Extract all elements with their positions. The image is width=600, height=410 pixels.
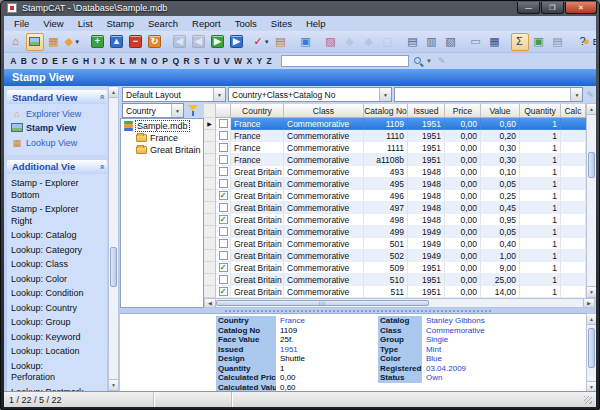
scrollbar-track[interactable]: ||| — [216, 299, 583, 307]
minimize-button[interactable]: — — [517, 2, 540, 14]
table-row[interactable]: Great BritainCommemorative50219490,001,0… — [204, 250, 586, 262]
search-options-caret-icon[interactable]: ▼ — [426, 58, 432, 64]
scroll-down-icon[interactable]: ▼ — [587, 286, 596, 297]
checkbox-checked-icon[interactable]: ✓ — [219, 191, 228, 200]
scroll-up-icon[interactable]: ▲ — [587, 314, 596, 325]
table-row[interactable]: Great BritainCommemorative51019510,0025,… — [204, 274, 586, 286]
letter-link-s[interactable]: S — [192, 56, 202, 66]
sidebar-group-header[interactable]: Standard View» — [7, 90, 107, 104]
filter-select[interactable]: ▼ — [394, 87, 583, 102]
sidebar-item-lookup-color[interactable]: Lookup: Color — [11, 272, 107, 287]
letter-link-g[interactable]: G — [70, 56, 81, 66]
column-header-catalog-no[interactable]: Catalog No — [364, 103, 408, 118]
sidebar-group-header[interactable]: Additional Vie» — [7, 160, 107, 174]
column-header-country[interactable]: Country — [231, 103, 284, 118]
checkbox-icon[interactable] — [219, 227, 228, 236]
table-row[interactable]: ▶FranceCommemorative110919510,000,601 — [204, 118, 586, 130]
search-report-button[interactable]: ▧ — [442, 33, 460, 51]
image-view-button[interactable]: ▣ — [297, 33, 315, 51]
spell-check-button[interactable]: ✓▼ — [253, 33, 271, 51]
menu-item-tools[interactable]: Tools — [228, 17, 264, 30]
new-window-button[interactable]: ▭ — [467, 33, 485, 51]
checkbox-column-header[interactable] — [216, 103, 231, 118]
grid-horizontal-scrollbar[interactable]: ◀ ||| ▶ — [204, 298, 595, 308]
menu-item-list[interactable]: List — [71, 17, 100, 30]
menu-item-help[interactable]: Help — [299, 17, 333, 30]
letter-link-n[interactable]: N — [139, 56, 150, 66]
detail-scrollbar[interactable]: ▲ ▼ — [586, 313, 596, 391]
letter-link-b[interactable]: B — [19, 56, 30, 66]
letter-link-m[interactable]: M — [127, 56, 138, 66]
table-row[interactable]: Great BritainCommemorative49319480,000,1… — [204, 166, 586, 178]
letter-link-y[interactable]: Y — [254, 56, 264, 66]
sidebar-item-lookup-view[interactable]: ▦Lookup View — [11, 136, 107, 151]
checkbox-icon[interactable] — [219, 251, 228, 260]
filter-funnel-icon[interactable] — [188, 104, 201, 117]
scroll-right-icon[interactable]: ▶ — [583, 299, 594, 307]
tree-node-france[interactable]: France — [121, 131, 203, 143]
detail-value[interactable]: Own — [422, 373, 442, 382]
sidebar-item-lookup-condition[interactable]: Lookup: Condition — [11, 287, 107, 302]
checkbox-cell[interactable]: ✓ — [216, 214, 231, 226]
letter-link-p[interactable]: P — [160, 56, 170, 66]
resize-grip[interactable] — [584, 396, 592, 404]
detail-value[interactable]: Mint — [422, 345, 441, 354]
table-row[interactable]: FranceCommemorative111019510,000,201 — [204, 130, 586, 142]
detail-value[interactable]: Blue — [422, 354, 442, 363]
checkbox-cell[interactable] — [216, 178, 231, 190]
sidebar-item-lookup-catalog[interactable]: Lookup: Catalog — [11, 229, 107, 244]
sidebar-item-lookup-postmark[interactable]: Lookup: Postmark — [11, 385, 107, 391]
table-row[interactable]: FranceCommemorative111119510,000,301 — [204, 142, 586, 154]
checkbox-icon[interactable] — [219, 131, 228, 140]
sidebar-item-stamp-view[interactable]: Stamp View — [11, 122, 107, 137]
search-input[interactable] — [281, 55, 409, 67]
letter-link-z[interactable]: Z — [264, 56, 274, 66]
column-header-price[interactable]: Price — [445, 103, 481, 118]
chevron-down-icon[interactable]: ▼ — [379, 88, 391, 101]
refresh-records-button[interactable]: ↻ — [146, 33, 164, 51]
tree-node-great-britain[interactable]: Great Britain — [121, 143, 203, 155]
sidebar-item-lookup-category[interactable]: Lookup: Category — [11, 243, 107, 258]
checkbox-cell[interactable] — [216, 226, 231, 238]
scrollbar-thumb[interactable] — [110, 247, 117, 287]
checkbox-icon[interactable] — [219, 203, 228, 212]
checkbox-cell[interactable] — [216, 130, 231, 142]
checkbox-checked-icon[interactable]: ✓ — [219, 215, 228, 224]
group-by-select[interactable]: Country ▼ — [122, 103, 184, 118]
letter-link-r[interactable]: R — [181, 56, 192, 66]
table-row[interactable]: ✓Great BritainCommemorative50919510,009,… — [204, 262, 586, 274]
scrollbar-thumb[interactable]: ||| — [216, 300, 429, 306]
letter-link-a[interactable]: A — [8, 56, 19, 66]
column-header-value[interactable]: Value — [481, 103, 520, 118]
checkbox-cell[interactable] — [216, 166, 231, 178]
delete-record-button[interactable]: − — [127, 33, 145, 51]
menu-item-report[interactable]: Report — [185, 17, 228, 30]
detail-value[interactable]: Commemorative — [422, 326, 485, 335]
checkbox-icon[interactable] — [219, 179, 228, 188]
letter-link-k[interactable]: K — [107, 56, 118, 66]
checkbox-cell[interactable] — [216, 142, 231, 154]
detail-value[interactable]: 03.04.2009 — [422, 364, 466, 373]
close-button[interactable]: ✕ — [565, 2, 597, 14]
checkbox-checked-icon[interactable]: ✓ — [219, 287, 228, 296]
menu-item-search[interactable]: Search — [141, 17, 185, 30]
scrollbar-thumb[interactable] — [588, 328, 595, 368]
sidebar-item-stamp-explorer-bottom[interactable]: Stamp - Explorer Bottom — [11, 177, 107, 203]
table-row[interactable]: ✓Great BritainCommemorative49619480,000,… — [204, 190, 586, 202]
checkbox-cell[interactable]: ✓ — [216, 286, 231, 298]
menu-item-stamp[interactable]: Stamp — [100, 17, 141, 30]
checkbox-icon[interactable] — [219, 143, 228, 152]
scroll-up-icon[interactable]: ▲ — [109, 87, 118, 98]
scrollbar-thumb[interactable] — [588, 152, 595, 178]
table-row[interactable]: ✓Great BritainCommemorative49819480,000,… — [204, 214, 586, 226]
letter-link-c[interactable]: C — [29, 56, 40, 66]
stamp-view-button[interactable] — [26, 33, 44, 51]
letter-link-v[interactable]: V — [222, 56, 232, 66]
letter-link-i[interactable]: I — [91, 56, 98, 66]
detail-value[interactable]: Single — [422, 335, 448, 344]
letter-link-f[interactable]: F — [60, 56, 70, 66]
letter-link-q[interactable]: Q — [170, 56, 181, 66]
letter-link-d[interactable]: D — [40, 56, 51, 66]
menu-item-view[interactable]: View — [36, 17, 70, 30]
letter-link-h[interactable]: H — [81, 56, 92, 66]
